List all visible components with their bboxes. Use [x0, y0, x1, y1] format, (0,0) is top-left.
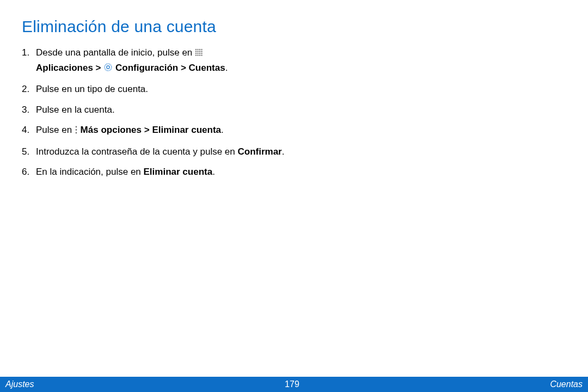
step-1-bold-2: Configuración > Cuentas: [113, 63, 225, 73]
step-6-bold: Eliminar cuenta: [144, 167, 213, 177]
step-1-suffix: .: [225, 63, 228, 73]
step-1-bold-1: Aplicaciones >: [36, 63, 103, 73]
page-footer: Ajustes 179 Cuentas: [0, 377, 588, 392]
step-5: Introduzca la contraseña de la cuenta y …: [22, 145, 327, 159]
svg-point-6: [199, 51, 200, 52]
svg-point-7: [201, 51, 202, 52]
svg-point-17: [107, 65, 109, 68]
step-5-prefix: Introduzca la contraseña de la cuenta y …: [36, 146, 237, 157]
settings-gear-icon: [103, 62, 113, 76]
step-3: Pulse en la cuenta.: [22, 103, 327, 117]
footer-right: Cuentas: [550, 379, 583, 389]
svg-point-0: [195, 49, 197, 50]
steps-list: Desde una pantalla de inicio, pulse en A…: [22, 46, 327, 179]
svg-point-12: [195, 54, 197, 56]
step-1: Desde una pantalla de inicio, pulse en A…: [22, 46, 327, 76]
svg-point-11: [201, 53, 202, 54]
step-2: Pulse en un tipo de cuenta.: [22, 82, 327, 96]
svg-point-16: [105, 64, 112, 71]
page-content: Eliminación de una cuenta Desde una pant…: [0, 0, 588, 179]
svg-point-14: [199, 54, 200, 56]
step-6: En la indicación, pulse en Eliminar cuen…: [22, 165, 327, 179]
step-6-suffix: .: [212, 167, 215, 177]
footer-page-number: 179: [285, 379, 299, 389]
step-4-suffix: .: [221, 125, 224, 135]
svg-point-13: [197, 54, 198, 56]
svg-point-3: [201, 49, 202, 50]
svg-point-10: [199, 53, 200, 54]
svg-point-20: [75, 132, 77, 134]
svg-point-15: [201, 54, 202, 56]
step-6-prefix: En la indicación, pulse en: [36, 167, 144, 177]
step-5-suffix: .: [282, 146, 285, 157]
page-title: Eliminación de una cuenta: [22, 17, 566, 36]
svg-point-5: [197, 51, 198, 52]
step-4: Pulse en Más opciones > Eliminar cuenta.: [22, 123, 327, 138]
step-4-bold: Más opciones > Eliminar cuenta: [78, 125, 221, 135]
svg-point-19: [75, 129, 77, 131]
svg-point-1: [197, 49, 198, 50]
apps-grid-icon: [195, 47, 203, 61]
svg-point-9: [197, 53, 198, 54]
svg-point-4: [195, 51, 197, 52]
step-4-prefix: Pulse en: [36, 125, 75, 135]
svg-point-18: [75, 126, 77, 128]
step-5-bold: Confirmar: [237, 146, 281, 157]
footer-left: Ajustes: [5, 379, 34, 389]
step-1-text-prefix: Desde una pantalla de inicio, pulse en: [36, 47, 195, 58]
svg-point-2: [199, 49, 200, 50]
svg-point-8: [195, 53, 197, 54]
